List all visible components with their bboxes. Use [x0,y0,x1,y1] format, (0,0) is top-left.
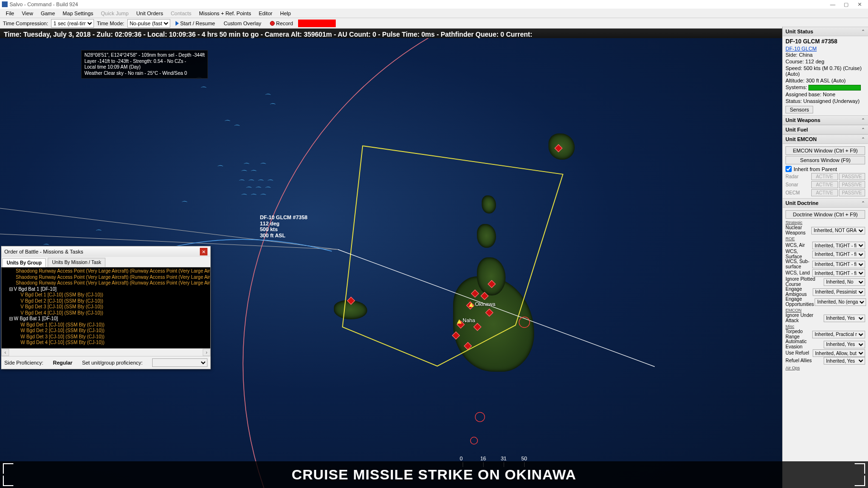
doctrine-select[interactable]: Inherited, NOT GRA [811,227,865,234]
scroll-right-icon[interactable]: › [203,349,210,356]
doctrine-window-button[interactable]: Doctrine Window (Ctrl + F9) [785,210,865,219]
oob-tab-units-by-group[interactable]: Units By Group [2,258,46,267]
inherit-checkbox[interactable] [785,166,792,172]
oob-tree[interactable]: Shaodong Runway Access Point (Very Large… [1,267,210,348]
oob-row[interactable]: V Bgd Det 2 [CJ-10] (SSM Bty (CJ-10)) [1,298,210,305]
unit-fuel-header[interactable]: Unit Fuel ⌃ [783,125,868,134]
friendly-unit-icon[interactable]: ⌒ [181,200,189,206]
unit-weapons-header[interactable]: Unit Weapons ⌃ [783,115,868,125]
oob-row[interactable]: Shaodong Runway Access Point (Very Large… [1,274,210,281]
doctrine-select[interactable]: Inherited, Practical r [812,331,865,338]
scroll-left-icon[interactable]: ‹ [1,349,9,356]
oob-row[interactable]: W Bgd Det 3 [CJ-10] (SSM Bty (CJ-10)) [1,334,210,340]
svg-point-0 [243,38,782,488]
menu-item-view[interactable]: View [18,10,37,17]
scroll-track[interactable] [9,349,203,356]
friendly-unit-icon[interactable]: ⌒ [265,186,272,192]
maximize-button[interactable]: ▢ [839,0,853,9]
menu-item-unit-orders[interactable]: Unit Orders [133,10,167,17]
menu-item-map-settings[interactable]: Map Settings [59,10,97,17]
doctrine-key: WCS, Surface [785,249,811,259]
oob-row[interactable]: ⊟W Bgd Bat 1 [DF-10] [1,316,210,322]
emcon-active-button[interactable]: ACTIVE [811,173,838,180]
friendly-unit-icon[interactable]: ⌒ [238,179,246,184]
time-compression-select[interactable]: 1 sec (real-time) [51,19,94,28]
friendly-unit-icon[interactable]: ⌒ [260,193,268,199]
friendly-unit-icon[interactable]: ⌒ [269,102,277,108]
friendly-unit-icon[interactable]: ⌒ [255,186,263,192]
set-prof-select[interactable] [152,358,207,367]
oob-row[interactable]: V Bgd Det 4 [CJ-10] (SSM Bty (CJ-10)) [1,310,210,316]
emcon-active-button[interactable]: ACTIVE [811,189,838,196]
doctrine-select[interactable]: Inherited, No [824,278,865,286]
emcon-passive-button[interactable]: PASSIVE [839,181,866,188]
friendly-unit-icon[interactable]: ⌒ [241,193,248,199]
inherit-checkbox-row[interactable]: Inherit from Parent [785,165,865,173]
oob-row[interactable]: W Bgd Det 2 [CJ-10] (SSM Bty (CJ-10)) [1,328,210,334]
order-of-battle-panel[interactable]: Order of Battle - Missions & Tasks ✕ Uni… [1,246,211,369]
friendly-unit-icon[interactable]: ⌒ [217,164,225,170]
doctrine-select[interactable]: Inherited, TIGHT - fi [812,251,865,258]
doctrine-select[interactable]: Inherited, Yes [824,341,865,348]
oob-row[interactable]: ⊟V Bgd Bat 1 [DF-10] [1,286,210,293]
emcon-window-button[interactable]: EMCON Window (Ctrl + F9) [785,146,865,155]
friendly-unit-icon[interactable]: ⌒ [248,179,256,184]
friendly-unit-icon[interactable]: ⌒ [258,179,265,184]
friendly-unit-icon[interactable]: ⌒ [265,93,272,99]
doctrine-select[interactable]: Inherited, Yes [824,315,865,322]
emcon-passive-button[interactable]: PASSIVE [839,189,866,196]
friendly-unit-icon[interactable]: ⌒ [95,229,103,234]
menu-item-help[interactable]: Help [276,10,295,17]
emcon-passive-button[interactable]: PASSIVE [839,173,866,180]
oob-row[interactable]: W Bgd Det 1 [CJ-10] (SSM Bty (CJ-10)) [1,322,210,328]
oob-row[interactable]: Shaodong Runway Access Point (Very Large… [1,268,210,274]
oob-row[interactable]: Shaodong Runway Access Point (Very Large… [1,280,210,286]
doctrine-select[interactable]: Inherited, TIGHT - fi [812,242,865,249]
menu-item-game[interactable]: Game [37,10,59,17]
friendly-unit-icon[interactable]: ⌒ [250,193,258,199]
close-button[interactable]: ✕ [853,0,866,9]
custom-overlay-button[interactable]: Custom Overlay [220,20,265,27]
doctrine-select[interactable]: Inherited, Pessimist [813,288,865,296]
menu-item-missions-ref-points[interactable]: Missions + Ref. Points [195,10,255,17]
friendly-unit-icon[interactable]: ⌒ [260,162,268,168]
start-resume-button[interactable]: Start / Resume [172,20,218,27]
time-mode-select[interactable]: No-pulse (fast) [127,19,170,28]
doctrine-select[interactable]: Inherited, Yes [824,357,865,365]
menu-item-editor[interactable]: Editor [255,10,276,17]
record-button[interactable]: Record [267,20,296,27]
friendly-unit-icon[interactable]: ⌒ [246,186,253,192]
caption-corner [855,476,865,486]
oob-row[interactable]: V Bgd Det 1 [CJ-10] (SSM Bty (CJ-10)) [1,292,210,298]
sensors-button[interactable]: Sensors [785,106,813,113]
expand-icon[interactable]: ⊟ [9,316,14,322]
emcon-active-button[interactable]: ACTIVE [811,181,838,188]
friendly-unit-icon[interactable]: ⌒ [200,86,208,92]
friendly-unit-icon[interactable]: ⌒ [234,124,241,130]
oob-hscrollbar[interactable]: ‹ › [1,348,210,356]
doctrine-select[interactable]: Inherited, Allow, but [813,349,865,357]
friendly-unit-icon[interactable]: ⌒ [241,169,248,175]
menu-item-file[interactable]: File [2,10,18,17]
friendly-unit-icon[interactable]: ⌒ [250,169,258,175]
oob-row[interactable]: W Bgd Det 4 [CJ-10] (SSM Bty (CJ-10)) [1,340,210,346]
unit-status-header[interactable]: Unit Status ⌃ [783,27,868,36]
unit-emcon-header[interactable]: Unit EMCON ⌃ [783,134,868,144]
unit-doctrine-header[interactable]: Unit Doctrine ⌃ [783,198,868,208]
oob-close-button[interactable]: ✕ [200,248,207,255]
oob-titlebar[interactable]: Order of Battle - Missions & Tasks ✕ [1,246,210,257]
friendly-unit-icon[interactable]: ⌒ [243,162,251,168]
friendly-unit-icon[interactable]: ⌒ [224,119,232,125]
expand-icon[interactable]: ⊟ [9,286,14,293]
sensors-window-button[interactable]: Sensors Window (F9) [785,156,865,164]
doctrine-select[interactable]: Inherited, TIGHT - fi [812,269,865,277]
minimize-button[interactable]: — [826,0,839,9]
doctrine-select[interactable]: Inherited, TIGHT - fi [812,261,865,268]
oob-row[interactable]: V Bgd Det 3 [CJ-10] (SSM Bty (CJ-10)) [1,304,210,310]
game-speed-button[interactable]: Game Speed [298,20,336,27]
oob-tab-units-by-mission[interactable]: Units By Mission / Task [48,258,105,267]
collapse-icon: ⌃ [861,137,865,142]
friendly-unit-icon[interactable]: ⌒ [267,179,275,184]
unit-type-link[interactable]: DF-10 GLCM [785,46,816,51]
doctrine-select[interactable]: Inherited, No (enga [815,298,866,306]
